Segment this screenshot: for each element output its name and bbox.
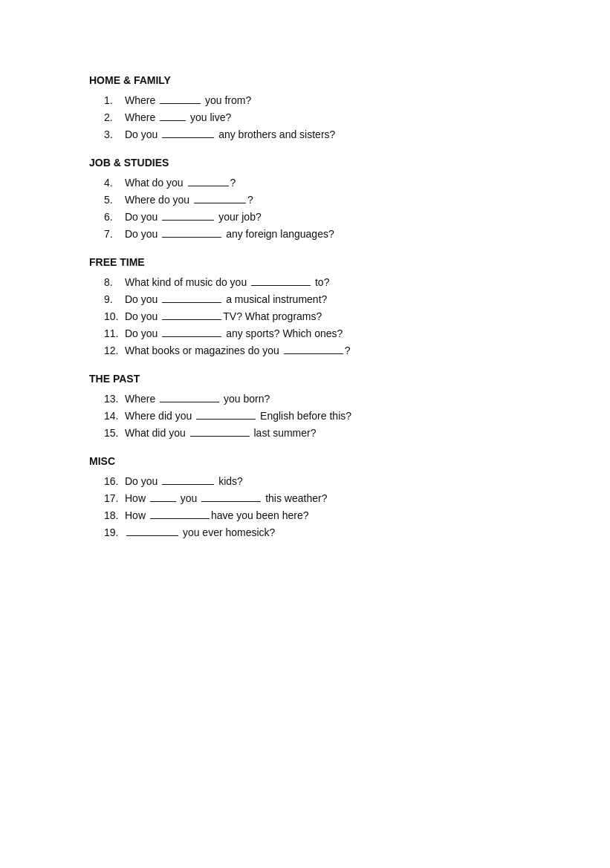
question-number: 10. [104,310,125,322]
page: HOME & FAMILY1.Where you from?2.Where yo… [0,0,610,614]
section-misc: MISC16.Do you kids?17.How you this weath… [89,455,521,538]
question-item: 17.How you this weather? [104,492,521,504]
answer-blank [162,327,221,337]
question-number: 5. [104,194,125,206]
answer-blank [150,492,176,502]
question-item: 16.Do you kids? [104,474,521,487]
question-text: Where you live? [125,111,231,123]
question-item: 19. you ever homesick? [104,526,521,538]
question-item: 8.What kind of music do you to? [104,275,521,288]
question-number: 6. [104,211,125,223]
question-number: 17. [104,492,125,504]
section-title-the-past: THE PAST [89,373,521,385]
question-item: 7.Do you any foreign languages? [104,227,521,240]
question-number: 4. [104,177,125,189]
question-item: 5.Where do you ? [104,193,521,206]
question-text: Where do you ? [125,193,253,206]
section-title-home-family: HOME & FAMILY [89,74,521,86]
question-number: 12. [104,345,125,356]
question-item: 14.Where did you English before this? [104,409,521,422]
section-title-free-time: FREE TIME [89,256,521,268]
question-number: 9. [104,293,125,305]
question-text: How have you been here? [125,509,308,521]
question-text: Do you a musical instrument? [125,293,327,305]
question-text: Do you TV? What programs? [125,310,322,322]
question-item: 2.Where you live? [104,111,521,123]
question-number: 14. [104,410,125,422]
question-item: 1.Where you from? [104,94,521,106]
answer-blank [284,344,343,354]
question-text: What do you ? [125,176,236,189]
answer-blank [160,94,201,104]
answer-blank [190,426,250,437]
question-text: Where did you English before this? [125,409,351,422]
section-the-past: THE PAST13.Where you born?14.Where did y… [89,373,521,439]
section-free-time: FREE TIME8.What kind of music do you to?… [89,256,521,356]
question-text: Do you any brothers and sisters? [125,128,335,140]
question-item: 6.Do you your job? [104,210,521,223]
question-text: Do you your job? [125,210,262,223]
section-job-studies: JOB & STUDIES4.What do you ?5.Where do y… [89,157,521,240]
answer-blank [150,509,210,519]
question-text: Where you from? [125,94,251,106]
answer-blank [194,193,246,203]
question-number: 2. [104,111,125,123]
question-item: 9.Do you a musical instrument? [104,293,521,305]
question-number: 19. [104,526,125,538]
question-text: you ever homesick? [125,526,275,538]
question-item: 12.What books or magazines do you ? [104,344,521,356]
question-item: 3.Do you any brothers and sisters? [104,128,521,140]
question-text: What kind of music do you to? [125,275,329,288]
question-item: 10.Do you TV? What programs? [104,310,521,322]
section-home-family: HOME & FAMILY1.Where you from?2.Where yo… [89,74,521,140]
answer-blank [162,128,214,138]
section-title-misc: MISC [89,455,521,467]
question-number: 16. [104,475,125,487]
question-item: 11.Do you any sports? Which ones? [104,327,521,339]
question-list-misc: 16.Do you kids?17.How you this weather?1… [89,474,521,538]
answer-blank [162,210,214,221]
answer-blank [160,111,186,121]
answer-blank [160,392,219,402]
question-number: 13. [104,393,125,405]
question-item: 15.What did you last summer? [104,426,521,439]
question-list-home-family: 1.Where you from?2.Where you live?3.Do y… [89,94,521,140]
answer-blank [126,526,178,536]
answer-blank [188,176,229,186]
answer-blank [196,409,256,420]
question-number: 1. [104,94,125,106]
question-number: 11. [104,327,125,339]
question-text: How you this weather? [125,492,327,504]
answer-blank [162,310,221,320]
question-text: What did you last summer? [125,426,317,439]
question-text: Do you any foreign languages? [125,227,334,240]
answer-blank [162,293,221,303]
question-list-job-studies: 4.What do you ?5.Where do you ?6.Do you … [89,176,521,240]
answer-blank [162,227,221,238]
answer-blank [162,474,214,485]
question-list-free-time: 8.What kind of music do you to?9.Do you … [89,275,521,356]
answer-blank [251,275,311,286]
question-number: 8. [104,276,125,288]
question-text: Do you kids? [125,474,243,487]
answer-blank [201,492,261,502]
question-number: 15. [104,427,125,439]
question-number: 7. [104,228,125,240]
question-item: 13.Where you born? [104,392,521,405]
question-number: 18. [104,509,125,521]
question-item: 4.What do you ? [104,176,521,189]
question-number: 3. [104,128,125,140]
section-title-job-studies: JOB & STUDIES [89,157,521,169]
question-list-the-past: 13.Where you born?14.Where did you Engli… [89,392,521,439]
question-text: What books or magazines do you ? [125,344,350,356]
question-text: Where you born? [125,392,270,405]
question-item: 18.How have you been here? [104,509,521,521]
question-text: Do you any sports? Which ones? [125,327,343,339]
